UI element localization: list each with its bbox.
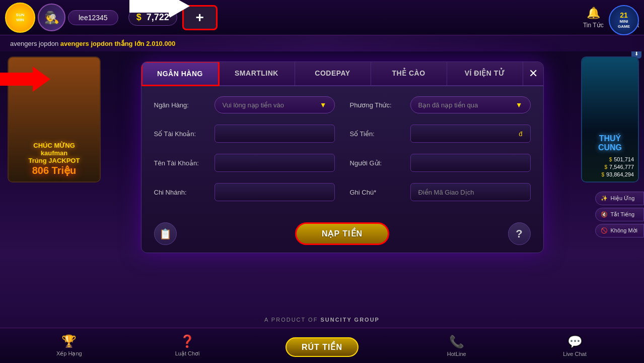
branch-input	[214, 183, 335, 201]
tat-tieng-button[interactable]: 🔇 Tắt Tiếng	[595, 208, 644, 221]
method-placeholder: Bạn đã nạp tiền qua	[418, 101, 478, 109]
rut-tien-center: RÚT TIỀN	[285, 337, 359, 354]
trophy-icon: 🏆	[61, 334, 77, 348]
left-form: Ngân Hàng: Vui lòng nạp tiền vào ▼ Số Tà…	[154, 96, 335, 212]
modal-footer: 📋 NẠP TIỀN ?	[141, 220, 543, 253]
game-card-right-inner: THUÝ CUNG $ 501,714 $ 7,546,777 $ 93,864…	[582, 57, 638, 182]
sidebar-right: ⬇ THUÝ CUNG $ 501,714 $ 7,546,777 $ 93,8…	[579, 51, 644, 328]
amount-label: Số Tiền:	[350, 130, 405, 138]
note-label: Ghi Chú*	[350, 189, 405, 196]
sidebar-left: CHÚC MỪNG kaufman Trúng JACKPOT 806 Triệ…	[0, 51, 106, 328]
close-button[interactable]: ✕	[523, 62, 543, 85]
rut-tien-button[interactable]: RÚT TIỀN	[285, 337, 359, 357]
note-row: Ghi Chú* Điền Mã Giao Dịch	[350, 183, 531, 201]
bank-dropdown-arrow: ▼	[320, 101, 327, 109]
hieu-ung-label: Hiệu Ứng	[611, 195, 635, 202]
news-nav-item[interactable]: 🔔 Tin Tức	[583, 7, 604, 29]
jackpot-text-3: Trúng JACKPOT	[29, 157, 80, 164]
phone-icon: 📞	[449, 335, 464, 349]
history-button[interactable]: 📋	[154, 222, 177, 245]
tab-ngan-hang[interactable]: NGÂN HÀNG	[141, 62, 220, 86]
account-number-input	[214, 125, 335, 143]
score-value-3: 93,864,294	[606, 171, 634, 177]
account-number-label: Số Tài Khoản:	[154, 130, 209, 138]
method-label: Phương Thức:	[350, 101, 405, 109]
luat-choi-nav[interactable]: ❓ Luật Chơi	[167, 334, 207, 357]
jackpot-amount: 806 Triệu	[29, 164, 80, 176]
sender-input[interactable]	[410, 154, 531, 172]
khong-moi-button[interactable]: 🚫 Không Mời	[595, 224, 644, 237]
amount-row: Số Tiền: đ	[350, 125, 531, 143]
score-item-1: $ 501,714	[586, 156, 634, 162]
tab-smartlink[interactable]: SMARTLINK	[219, 62, 295, 85]
modal-body: Ngân Hàng: Vui lòng nạp tiền vào ▼ Số Tà…	[141, 86, 543, 220]
xep-hang-nav[interactable]: 🏆 Xếp Hạng	[49, 334, 89, 357]
jackpot-text-2: kaufman	[29, 149, 80, 157]
live-chat-nav[interactable]: 💬 Live Chat	[555, 335, 595, 357]
ticker-highlight: avengers jopdon thắng lớn 2.010.000	[60, 40, 175, 47]
ticker-text: avengers jopdon avengers jopdon thắng lớ…	[10, 40, 175, 47]
bank-select[interactable]: Vui lòng nạp tiền vào ▼	[214, 96, 335, 113]
effect-icon: ✨	[601, 195, 608, 202]
tab-vi-dien-tu[interactable]: VÍ ĐIỆN TỬ	[447, 62, 523, 85]
chat-icon: 💬	[567, 335, 583, 349]
logo-area: SUNWIN 🕵️ lee12345	[5, 3, 118, 33]
branch-row: Chi Nhánh:	[154, 183, 335, 201]
note-input[interactable]: Điền Mã Giao Dịch	[410, 183, 531, 201]
nap-tien-button[interactable]: NẠP TIỀN	[295, 222, 389, 245]
svg-marker-1	[130, 0, 188, 17]
username-button[interactable]: lee12345	[68, 10, 118, 25]
tab-codepay[interactable]: CODEPAY	[295, 62, 371, 85]
modal-overlay: NGÂN HÀNG SMARTLINK CODEPAY THẺ CÀO VÍ Đ…	[101, 51, 584, 328]
khong-moi-label: Không Mời	[611, 227, 637, 234]
mini-game-number: 21	[620, 11, 628, 19]
account-name-row: Tên Tài Khoản:	[154, 154, 335, 172]
logo: SUNWIN	[5, 3, 35, 33]
method-select[interactable]: Bạn đã nạp tiền qua ▼	[410, 96, 531, 113]
mini-game-label: MINIGAME	[618, 19, 630, 29]
score-dollar-3: $	[601, 172, 604, 177]
news-label: Tin Tức	[583, 22, 604, 29]
amount-input[interactable]: đ	[410, 125, 531, 143]
game-title: THUÝ CUNG	[586, 134, 634, 155]
score-value-1: 501,714	[614, 156, 634, 162]
history-icon: 📋	[159, 228, 172, 240]
score-dollar-1: $	[609, 157, 612, 162]
account-name-label: Tên Tài Khoản:	[154, 159, 209, 167]
mini-game-badge[interactable]: 21 MINIGAME	[609, 5, 639, 35]
method-row: Phương Thức: Bạn đã nạp tiền qua ▼	[350, 96, 531, 113]
sender-label: Người Gửi:	[350, 159, 405, 167]
no-invite-icon: 🚫	[601, 227, 608, 234]
ticker: avengers jopdon avengers jopdon thắng lớ…	[0, 35, 644, 51]
question-icon: ?	[516, 227, 522, 240]
tat-tieng-label: Tắt Tiếng	[611, 211, 635, 218]
tab-the-cao[interactable]: THẺ CÀO	[371, 62, 447, 85]
score-item-2: $ 7,546,777	[586, 164, 634, 170]
amount-currency: đ	[519, 130, 522, 138]
help-button[interactable]: ?	[508, 222, 531, 245]
hotline-nav[interactable]: 📞 HotLine	[437, 335, 477, 357]
account-name-input	[214, 154, 335, 172]
bank-row: Ngân Hàng: Vui lòng nạp tiền vào ▼	[154, 96, 335, 113]
score-item-3: $ 93,864,294	[586, 171, 634, 177]
sender-row: Người Gửi:	[350, 154, 531, 172]
score-dollar-2: $	[605, 164, 608, 170]
deposit-modal: NGÂN HÀNG SMARTLINK CODEPAY THẺ CÀO VÍ Đ…	[141, 62, 544, 253]
modal-tabs: NGÂN HÀNG SMARTLINK CODEPAY THẺ CÀO VÍ Đ…	[141, 62, 543, 86]
jackpot-text-1: CHÚC MỪNG	[29, 142, 80, 149]
right-form: Phương Thức: Bạn đã nạp tiền qua ▼ Số Ti…	[350, 96, 531, 212]
score-value-2: 7,546,777	[609, 164, 634, 170]
right-floating-menu: ✨ Hiệu Ứng 🔇 Tắt Tiếng 🚫 Không Mời	[595, 192, 644, 237]
bell-icon: 🔔	[587, 7, 600, 20]
avatar: 🕵️	[38, 4, 65, 31]
account-number-row: Số Tài Khoản:	[154, 125, 335, 143]
question-mark-icon: ❓	[180, 334, 195, 348]
top-bar: SUNWIN 🕵️ lee12345 $ 7,722 + 🔔 Tin Tức ⚙…	[0, 0, 644, 35]
thuy-cung-game-card[interactable]: THUÝ CUNG $ 501,714 $ 7,546,777 $ 93,864…	[581, 56, 639, 183]
mute-icon: 🔇	[601, 211, 608, 218]
branch-label: Chi Nhánh:	[154, 189, 209, 196]
bank-placeholder: Vui lòng nạp tiền vào	[223, 101, 284, 109]
hieu-ung-button[interactable]: ✨ Hiệu Ứng	[595, 192, 644, 205]
xep-hang-label: Xếp Hạng	[56, 350, 82, 357]
svg-marker-2	[0, 67, 50, 92]
